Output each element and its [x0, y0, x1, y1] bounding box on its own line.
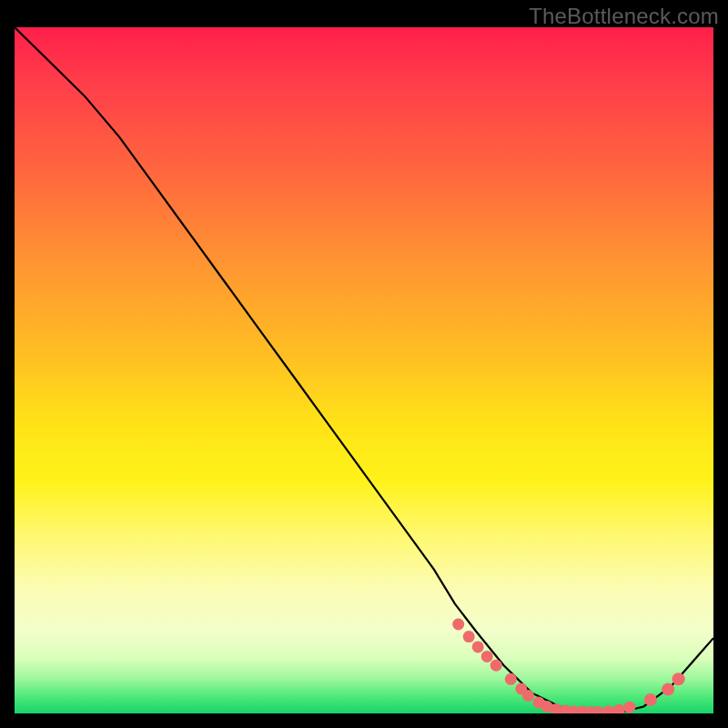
data-marker [672, 672, 685, 685]
data-marker [472, 641, 484, 652]
data-marker [613, 704, 625, 713]
watermark-text: TheBottleneck.com [529, 4, 719, 29]
data-marker [490, 660, 502, 672]
curve-overlay [15, 27, 713, 713]
data-marker [522, 690, 534, 702]
data-marker [452, 619, 464, 631]
data-marker [463, 631, 475, 642]
data-marker [505, 673, 517, 685]
data-marker [481, 651, 493, 662]
data-marker [623, 702, 635, 713]
bottleneck-curve [15, 27, 713, 713]
chart-frame: TheBottleneck.com [0, 0, 728, 728]
marker-cluster-b [644, 672, 685, 706]
data-marker [644, 693, 657, 706]
data-marker [662, 683, 674, 696]
data-marker [602, 705, 614, 713]
plot-area [15, 27, 713, 713]
